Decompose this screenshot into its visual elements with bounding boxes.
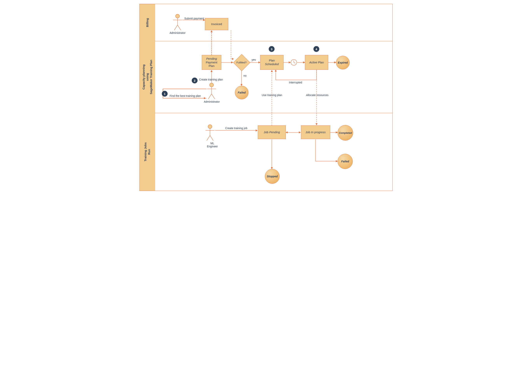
- terminal-job-failed: Failed: [338, 154, 353, 169]
- svg-line-8: [208, 94, 212, 99]
- decision-fulfilled: Fulfilled?: [233, 54, 250, 70]
- label-create-plan: Create training plan: [199, 78, 223, 81]
- svg-line-14: [210, 135, 213, 140]
- lane-divider-2: [155, 113, 392, 113]
- svg-point-10: [208, 125, 212, 129]
- svg-line-3: [174, 25, 177, 30]
- svg-line-4: [177, 25, 181, 30]
- state-invoiced: Invoiced: [205, 18, 228, 30]
- label-use-plan: Use training plan: [262, 93, 282, 97]
- lane-capacity-text: Capacity planningusingSageMaker Training…: [142, 52, 153, 102]
- label-interrupted: Interrupted: [289, 81, 302, 84]
- step-badge-4: 4: [313, 46, 319, 52]
- actor-admin-billing: [173, 14, 182, 30]
- state-plan-scheduled: PlanScheduled: [260, 55, 284, 70]
- label-yes: yes: [252, 58, 256, 61]
- terminal-stopped: Stopped: [265, 169, 280, 184]
- lane-billing-text: Billing: [146, 18, 149, 27]
- svg-line-9: [212, 94, 215, 99]
- label-allocate: Allocate resources: [306, 93, 328, 97]
- svg-point-29: [291, 60, 297, 65]
- step-badge-1: 1: [162, 91, 168, 97]
- swimlane-diagram: Billing Capacity planningusingSageMaker …: [140, 4, 392, 191]
- state-active-plan: Active Plan: [305, 55, 328, 70]
- svg-line-13: [207, 135, 210, 140]
- actor-ml-engineer: [205, 125, 215, 140]
- terminal-expired: Expired: [336, 56, 350, 70]
- svg-point-5: [210, 83, 214, 87]
- actor-label-ml-engineer: MLEngineer: [207, 142, 218, 148]
- label-no: no: [243, 74, 247, 77]
- lane-jobs-text: Training JobsRun: [144, 136, 151, 168]
- label-create-job: Create training job: [225, 126, 247, 130]
- state-pending-payment-plan: PendingPaymentPlan: [202, 55, 221, 70]
- lane-billing-label: Billing: [140, 4, 155, 41]
- terminal-completed: Completed: [338, 125, 353, 140]
- state-job-pending: Job Pending: [258, 126, 286, 139]
- svg-point-0: [176, 14, 179, 18]
- svg-line-31: [294, 62, 295, 63]
- lane-label-column: Billing Capacity planningusingSageMaker …: [140, 4, 155, 191]
- lane-divider-1: [155, 41, 392, 41]
- svg-marker-21: [210, 30, 213, 32]
- label-find-best: Find the best training plan: [170, 94, 201, 98]
- lane-jobs-label: Training JobsRun: [140, 113, 155, 191]
- actor-admin-capacity: [207, 83, 216, 99]
- actor-label-admin-billing: Administrator: [170, 31, 186, 34]
- actor-label-admin-capacity: Administrator: [204, 100, 220, 103]
- step-badge-2: 2: [192, 78, 198, 84]
- step-badge-3: 3: [269, 46, 275, 52]
- terminal-plan-failed: Failed: [235, 86, 248, 99]
- state-job-in-progress: Job In progress: [301, 126, 330, 139]
- label-submit-payment: Submit payment: [184, 17, 204, 20]
- lane-capacity-label: Capacity planningusingSageMaker Training…: [140, 41, 155, 113]
